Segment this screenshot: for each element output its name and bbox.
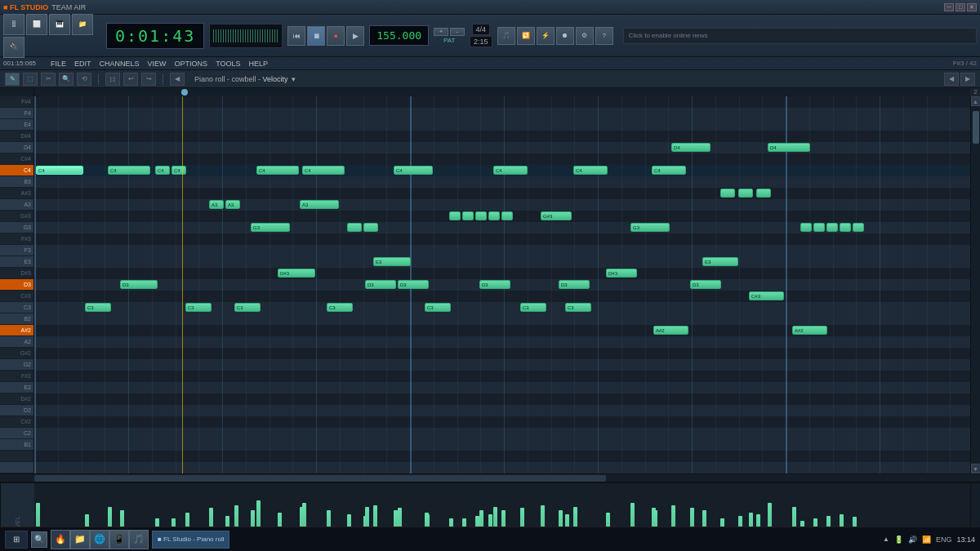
note-d4-1[interactable]: D4: [671, 143, 710, 152]
metronome-btn[interactable]: 🎵: [497, 27, 515, 45]
loop-tool[interactable]: ⟲: [77, 73, 91, 86]
note-gs3-2[interactable]: [462, 211, 474, 220]
key-c2-sharp[interactable]: C#2: [0, 416, 33, 428]
note-c3-5[interactable]: C3: [425, 303, 451, 312]
key-g3[interactable]: G3: [0, 222, 33, 233]
key-c3[interactable]: C3: [0, 302, 33, 313]
note-g3-c5[interactable]: [853, 223, 864, 232]
scroll-right-btn[interactable]: ▶: [960, 73, 975, 86]
note-gs3-3[interactable]: [475, 211, 487, 220]
cpu-btn[interactable]: ⚡: [537, 27, 555, 45]
note-c4-10[interactable]: C4: [652, 166, 686, 175]
note-e3-2[interactable]: E3: [702, 257, 738, 266]
note-e3-1[interactable]: E3: [373, 257, 411, 266]
search-taskbar-btn[interactable]: 🔍: [31, 531, 47, 548]
prev-button[interactable]: ⏮: [287, 26, 305, 46]
scroll-down-arrow[interactable]: ▼: [971, 464, 981, 473]
note-d3-3[interactable]: D3: [398, 280, 429, 289]
key-a1[interactable]: [0, 462, 33, 473]
note-gs3-5[interactable]: [501, 211, 513, 220]
key-a3-sharp[interactable]: A#3: [0, 188, 33, 199]
key-c4[interactable]: C4: [0, 165, 33, 176]
tray-up-arrow[interactable]: ▲: [883, 535, 889, 543]
key-c3-sharp[interactable]: C#3: [0, 291, 33, 302]
note-c4-7[interactable]: C4: [394, 166, 433, 175]
note-c4-3[interactable]: C4: [155, 166, 170, 175]
note-a3-2[interactable]: A3: [225, 200, 240, 209]
rec-btn2[interactable]: ⏺: [556, 27, 574, 45]
note-a3-3[interactable]: A3: [300, 200, 339, 209]
redo-btn[interactable]: ↪: [141, 73, 156, 86]
online-news-bar[interactable]: Click to enable online news: [623, 28, 977, 44]
note-c3-2[interactable]: C3: [185, 303, 212, 312]
top-scrollbar[interactable]: 2: [0, 88, 980, 96]
key-d4[interactable]: D4: [0, 142, 33, 153]
note-c4-2[interactable]: C4: [108, 166, 150, 175]
taskbar-icon-3[interactable]: 🌐: [90, 530, 109, 549]
note-ds3-2[interactable]: D#3: [606, 269, 637, 278]
undo-btn[interactable]: ↩: [123, 73, 138, 86]
note-c4-6[interactable]: C4: [302, 166, 345, 175]
key-a2-sharp[interactable]: A#2: [0, 325, 33, 336]
menu-file[interactable]: FILE: [51, 60, 66, 68]
taskbar-icon-5[interactable]: 🎵: [129, 530, 149, 549]
snap-btn[interactable]: |:|: [105, 73, 120, 86]
key-d3[interactable]: D3: [0, 279, 33, 291]
key-c2[interactable]: C2: [0, 428, 33, 439]
note-c4-9[interactable]: C4: [573, 166, 608, 175]
scroll-up-arrow[interactable]: ▲: [971, 96, 981, 106]
note-g3-4[interactable]: G3: [630, 223, 670, 232]
taskbar-icon-1[interactable]: 🔥: [51, 530, 70, 549]
plugin-btn[interactable]: 🔌: [3, 37, 24, 58]
menu-tools[interactable]: TOOLS: [216, 60, 240, 68]
key-g2[interactable]: G2: [0, 359, 33, 371]
key-g3-sharp[interactable]: G#3: [0, 211, 33, 222]
note-d3-5[interactable]: D3: [559, 280, 590, 289]
note-gs3-main[interactable]: G#3: [541, 211, 572, 220]
play-button[interactable]: ▶: [346, 26, 364, 46]
record-button[interactable]: ●: [327, 26, 345, 46]
key-b1[interactable]: B1: [0, 439, 33, 451]
note-grid[interactable]: C4 C4 C4 C4 C4 C4 C4 C4 C4 C4 D4 D4 A3 A…: [34, 96, 970, 473]
key-e2[interactable]: E2: [0, 382, 33, 393]
prev-pattern-btn[interactable]: ◀: [170, 73, 185, 86]
note-g3-1[interactable]: G3: [251, 223, 290, 232]
zoom-tool[interactable]: 🔍: [59, 73, 74, 86]
minimize-button[interactable]: ─: [944, 3, 954, 11]
note-g3-c4[interactable]: [840, 223, 851, 232]
key-g2-sharp[interactable]: G#2: [0, 348, 33, 359]
note-g3-c1[interactable]: [800, 223, 812, 232]
scroll-thumb[interactable]: [973, 111, 979, 144]
key-d2-sharp[interactable]: D#2: [0, 393, 33, 405]
key-d2[interactable]: D2: [0, 405, 33, 416]
key-f4[interactable]: F4: [0, 108, 33, 119]
note-g3-c2[interactable]: [813, 223, 825, 232]
note-c3-1[interactable]: C3: [85, 303, 111, 312]
note-d4-2[interactable]: D4: [768, 143, 810, 152]
menu-edit[interactable]: EDIT: [74, 60, 91, 68]
fl-studio-taskbar-item[interactable]: ■ FL Studio - Piano roll: [152, 531, 229, 549]
bpm-display[interactable]: 155.000: [369, 25, 429, 46]
mixer-button[interactable]: 🎛: [3, 14, 24, 35]
scroll-left-btn[interactable]: ◀: [944, 73, 959, 86]
dropdown-icon[interactable]: ▾: [292, 75, 296, 83]
note-as3-1[interactable]: [720, 189, 735, 198]
help-btn[interactable]: ?: [595, 27, 613, 45]
note-cs3-1[interactable]: C#3: [749, 291, 784, 300]
key-d3-sharp[interactable]: D#3: [0, 268, 33, 279]
key-f3[interactable]: F3: [0, 245, 33, 256]
maximize-button[interactable]: □: [956, 3, 965, 11]
draw-tool[interactable]: ✎: [5, 73, 20, 86]
note-g3-c3[interactable]: [826, 223, 838, 232]
stop-button[interactable]: ⏹: [307, 26, 325, 46]
key-a3[interactable]: A3: [0, 199, 33, 211]
select-tool[interactable]: ⬚: [23, 73, 38, 86]
note-gs3-4[interactable]: [488, 211, 500, 220]
menu-options[interactable]: OPTIONS: [175, 60, 208, 68]
note-as3-bonus[interactable]: [756, 189, 771, 198]
note-c4-1[interactable]: C4: [36, 166, 83, 175]
key-b2[interactable]: B2: [0, 313, 33, 325]
menu-help[interactable]: HELP: [248, 60, 268, 68]
note-c4-5[interactable]: C4: [256, 166, 299, 175]
note-c3-7[interactable]: C3: [565, 303, 591, 312]
